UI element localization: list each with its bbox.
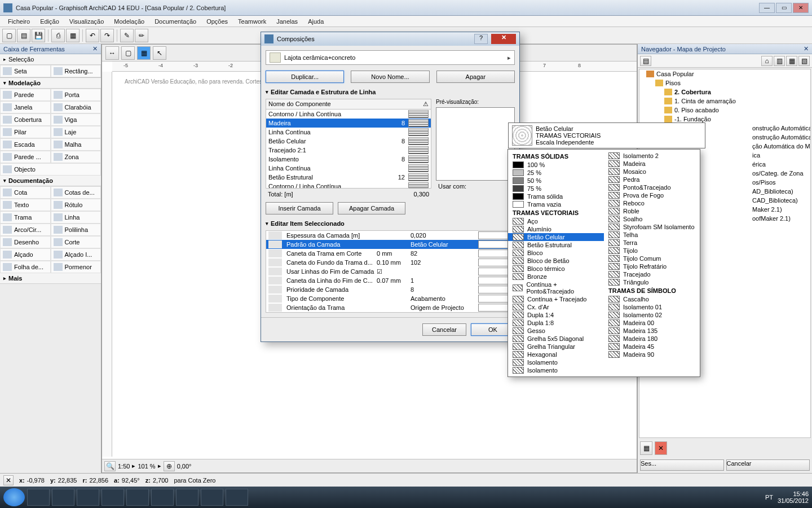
nav-mode-icon[interactable]: ▤ [640,56,651,66]
fill-option[interactable]: Isolamento 02 [604,311,700,319]
fill-option[interactable]: Soalho [604,215,700,223]
fill-option[interactable]: Madeira 45 [604,343,700,351]
fill-option[interactable]: Trama vazia [508,200,604,208]
toolbar-pick-icon[interactable]: ✎ [120,29,134,42]
fill-option[interactable]: Ponto&Tracejado [604,183,700,191]
layer-row[interactable]: Contorno / Linha Contínua [266,182,431,189]
tool-corte[interactable]: Corte [51,236,102,248]
task-paint[interactable] [226,489,248,506]
tool-parede[interactable]: Parede ... [0,151,51,163]
tool-seta[interactable]: Seta [0,65,51,77]
inserir-camada-button[interactable]: Inserir Camada [266,202,333,214]
tool-escada[interactable]: Escada [0,138,51,151]
tool-polilinha[interactable]: Polilinha [51,224,102,236]
fill-option[interactable]: Isolamento [508,358,604,366]
coord-icon[interactable]: ✕ [3,475,14,485]
fill-option[interactable]: Madeira 180 [604,335,700,343]
tree-floor-1[interactable]: 1. Cinta de amarração [639,97,810,106]
fill-option[interactable]: Tijolo Comum [604,255,700,262]
toolbar-open-icon[interactable]: ▤ [17,29,30,42]
task-pdf[interactable] [201,489,223,506]
menu-ajuda[interactable]: Ajuda [303,17,328,26]
fill-option[interactable]: Cascalho [604,295,700,303]
fill-option[interactable]: Bloco de Betão [508,257,604,265]
toolbar-plot-icon[interactable]: ▦ [66,29,80,42]
panel-close-icon[interactable]: ✕ [92,45,98,52]
start-button[interactable] [3,488,25,506]
tool-zona[interactable]: Zona [51,151,102,163]
task-1[interactable] [77,489,99,506]
section-item[interactable]: Editar Item Seleccionado [266,220,515,227]
fill-option[interactable]: Styrofoam SM Isolamento [604,223,700,231]
fill-option[interactable]: Isolamento [508,366,604,374]
nav-icon[interactable]: ⊕ [164,461,175,471]
fill-option[interactable]: Aço [508,217,604,225]
nav-view-icon[interactable]: ▥ [774,56,785,66]
nav-settings-button[interactable]: Ses... [640,459,724,471]
tray-lang[interactable]: PT [765,494,773,501]
fill-option[interactable]: Isolamento 2 [604,152,700,160]
item-row[interactable]: Tipo de ComponenteAcabamento [266,294,514,303]
tool-texto[interactable]: Texto [0,199,51,211]
apagar-camada-button[interactable]: Apagar Camada [338,202,405,214]
panel-close-icon[interactable]: ✕ [804,45,809,52]
nav-delete-icon[interactable]: ✕ [655,441,667,455]
fill-option[interactable]: Grelha Triangular [508,343,604,351]
task-explorer[interactable] [52,489,74,506]
fill-option[interactable]: Madeira 00 [604,319,700,327]
fill-option[interactable]: Tracejado [604,270,700,278]
menu-edicao[interactable]: Edição [36,17,64,26]
group-modelacao[interactable]: Modelação [0,78,101,89]
dialog-close-button[interactable]: ✕ [491,34,516,44]
infobox-btn-2[interactable]: ▢ [121,46,135,60]
fill-option[interactable]: Betão Estrutural [508,241,604,249]
tree-floor-0[interactable]: 0. Piso acabado [639,106,810,115]
tree-floor-2[interactable]: 2. Cobertura [639,87,810,97]
fill-option[interactable]: Bloco térmico [508,265,604,273]
fill-option[interactable]: Grelha 5x5 Diagonal [508,335,604,343]
fill-option[interactable]: Contínua + Ponto&Tracejado [508,281,604,295]
fill-option[interactable]: Dupla 1:8 [508,319,604,327]
nav-pub-icon[interactable]: ▧ [798,56,810,66]
layer-row[interactable]: Contorno / Linha Contínua [266,110,431,119]
layer-row[interactable]: Betão Celular8 [266,137,431,146]
fill-option[interactable]: Terra [604,239,700,247]
menu-modelacao[interactable]: Modelação [109,17,149,26]
menu-teamwork[interactable]: Teamwork [233,17,271,26]
novo-nome-button[interactable]: Novo Nome... [351,71,429,83]
nav-new-icon[interactable]: ▦ [640,441,652,455]
fill-option[interactable]: Betão Celular [508,233,604,241]
zoom-icon[interactable]: 🔍 [104,461,116,471]
toolbar-undo-icon[interactable]: ↶ [86,29,99,42]
fill-option[interactable]: Isolamento 01 [604,303,700,311]
layer-row[interactable]: Isolamento8 [266,155,431,164]
fill-option[interactable]: Cx. d'Ar [508,303,604,311]
tool-cotasde[interactable]: Cotas de... [51,186,102,199]
fill-option[interactable]: 75 % [508,185,604,192]
fill-option[interactable]: Tijolo [604,247,700,255]
task-archicad[interactable] [151,489,174,506]
nav-layout-icon[interactable]: ▦ [786,56,797,66]
cancel-button[interactable]: Cancelar [422,323,466,336]
scale-value[interactable]: 1:50 [118,463,130,470]
nav-cancel-button[interactable]: Cancelar [726,459,810,471]
fill-option[interactable]: Mosaico [604,168,700,176]
fill-option[interactable]: Tijolo Refratário [604,262,700,270]
item-row[interactable]: Usar Linhas do Fim de Camada☑ [266,267,514,276]
fill-option[interactable]: Hexagonal [508,351,604,358]
tool-rectangulo[interactable]: Rectâng... [51,65,102,77]
menu-opcoes[interactable]: Opções [202,17,232,26]
fill-option[interactable]: Madeira 135 [604,327,700,335]
toolbar-print-icon[interactable]: ⎙ [51,29,65,42]
dialog-titlebar[interactable]: Composições ? ✕ [261,32,519,46]
tool-alado[interactable]: Alçado [0,248,51,261]
tool-janela[interactable]: Janela [0,101,51,113]
fill-option[interactable]: Trama sólida [508,192,604,200]
maximize-button[interactable]: ▭ [776,3,792,13]
tool-pormenor[interactable]: Pormenor [51,261,102,273]
nav-map-icon[interactable]: ⌂ [761,56,773,66]
tool-clarabia[interactable]: Clarabóia [51,101,102,113]
tool-rtulo[interactable]: Rótulo [51,199,102,211]
infobox-btn-3[interactable]: ▦ [137,46,151,60]
toolbar-save-icon[interactable]: 💾 [32,29,45,42]
